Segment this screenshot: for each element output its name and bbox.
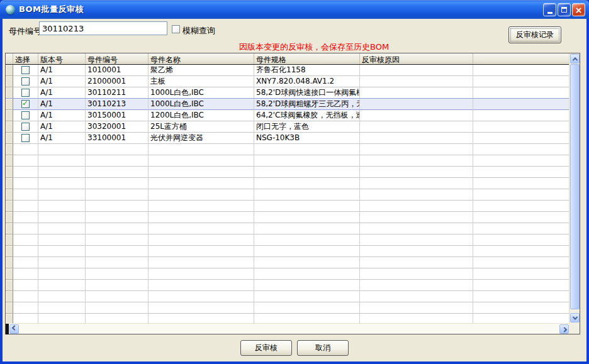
cell-spec: 闭口无字，蓝色 xyxy=(254,121,360,133)
row-select-cell xyxy=(13,76,38,87)
empty-table-row xyxy=(6,223,569,234)
close-button[interactable]: × xyxy=(572,3,585,16)
empty-cell xyxy=(473,280,569,291)
empty-cell xyxy=(473,201,569,212)
table-row[interactable]: ✓A/1301102131000L白色,IBC58,2'D球阀粗螺牙三元乙丙，无 xyxy=(6,99,569,110)
empty-cell xyxy=(86,201,149,212)
scroll-right-button[interactable] xyxy=(559,324,569,334)
row-header-cell xyxy=(6,234,13,246)
empty-cell xyxy=(13,189,38,201)
empty-cell xyxy=(86,302,149,314)
empty-table-row xyxy=(6,144,569,155)
scroll-down-button[interactable] xyxy=(570,313,580,323)
title-bar[interactable]: BOM批量反审核 × xyxy=(0,0,589,19)
empty-cell xyxy=(149,144,254,155)
cell-version: A/1 xyxy=(38,65,86,76)
empty-cell xyxy=(149,302,254,314)
empty-cell xyxy=(473,291,569,302)
column-header[interactable]: 母件名称 xyxy=(149,53,254,64)
empty-table-row xyxy=(6,234,569,246)
empty-cell xyxy=(13,167,38,178)
row-checkbox[interactable] xyxy=(21,66,30,74)
scroll-up-button[interactable] xyxy=(570,54,580,63)
row-select-cell xyxy=(13,110,38,121)
row-checkbox[interactable] xyxy=(21,123,30,131)
empty-table-row xyxy=(6,246,569,257)
scroll-left-button[interactable] xyxy=(9,324,19,334)
empty-cell xyxy=(86,257,149,268)
row-header-cell xyxy=(6,110,13,121)
empty-cell xyxy=(86,189,149,201)
column-header[interactable]: 反审核原因 xyxy=(360,53,473,64)
row-header-cell xyxy=(6,223,13,234)
empty-cell xyxy=(13,314,38,323)
column-header[interactable]: 选择 xyxy=(13,53,38,64)
empty-cell xyxy=(254,291,360,302)
column-header[interactable]: 版本号 xyxy=(38,53,86,64)
empty-cell xyxy=(38,314,86,323)
cell-name: 光伏并网逆变器 xyxy=(149,133,254,144)
empty-cell xyxy=(38,212,86,223)
empty-cell xyxy=(86,212,149,223)
empty-cell xyxy=(254,144,360,155)
cell-version: A/1 xyxy=(38,110,86,121)
window-controls: × xyxy=(543,3,585,16)
app-icon xyxy=(6,5,15,14)
table-row[interactable]: A/11010001聚乙烯齐鲁石化1158 xyxy=(6,65,569,76)
row-checkbox[interactable] xyxy=(21,89,30,97)
empty-cell xyxy=(38,234,86,246)
row-header-cell xyxy=(6,257,13,268)
cell-spec: 58,2'D球阀粗螺牙三元乙丙，无 xyxy=(254,99,360,110)
cell-spec: XNY7.820.048.AV1.2 xyxy=(254,76,360,87)
unaudit-history-button[interactable]: 反审核记录 xyxy=(508,26,561,43)
cell-name: 1000L白色,IBC xyxy=(149,87,254,99)
empty-cell xyxy=(473,314,569,323)
empty-cell xyxy=(360,212,473,223)
table-row[interactable]: A/121000001主板XNY7.820.048.AV1.2 xyxy=(6,76,569,87)
empty-cell xyxy=(254,155,360,167)
column-header[interactable]: 母件规格 xyxy=(254,53,360,64)
cell-code: 30110211 xyxy=(86,87,149,99)
empty-cell xyxy=(149,155,254,167)
cancel-button[interactable]: 取消 xyxy=(297,340,349,356)
row-select-cell xyxy=(13,133,38,144)
empty-cell xyxy=(254,189,360,201)
bom-grid: 选择版本号母件编号母件名称母件规格反审核原因 A/11010001聚乙烯齐鲁石化… xyxy=(5,53,580,334)
column-header[interactable]: 母件编号 xyxy=(86,53,149,64)
vertical-scrollbar[interactable] xyxy=(569,53,580,323)
empty-cell xyxy=(254,223,360,234)
empty-cell xyxy=(38,178,86,189)
unaudit-button[interactable]: 反审核 xyxy=(240,340,292,356)
horizontal-scrollbar[interactable] xyxy=(6,323,569,334)
minimize-button[interactable] xyxy=(543,3,556,16)
fuzzy-search-checkbox[interactable] xyxy=(172,25,180,33)
empty-table-row xyxy=(6,302,569,314)
row-checkbox[interactable] xyxy=(21,77,30,85)
client-area: 母件编号 模糊查询 反审核记录 因版本变更的反审核，会保存至历史BOM 选择版本… xyxy=(3,19,586,361)
row-header-cell xyxy=(6,76,13,87)
row-select-cell: ✓ xyxy=(13,99,38,110)
parent-code-input[interactable] xyxy=(39,21,167,35)
table-row[interactable]: A/133100001光伏并网逆变器NSG-10K3B xyxy=(6,133,569,144)
row-header-cell xyxy=(6,133,13,144)
row-checkbox[interactable] xyxy=(21,134,30,142)
row-checkbox-checked[interactable]: ✓ xyxy=(21,100,30,108)
cell-blank xyxy=(473,99,569,110)
maximize-button[interactable] xyxy=(558,3,571,16)
table-row[interactable]: A/1301102111000L白色,IBC58,2'D球阀快速接口一体阀氟橡 xyxy=(6,87,569,99)
vertical-scroll-thumb[interactable] xyxy=(570,64,580,309)
row-header-cell xyxy=(6,189,13,201)
row-checkbox[interactable] xyxy=(21,111,30,119)
empty-cell xyxy=(86,291,149,302)
horizontal-scroll-thumb[interactable] xyxy=(6,324,9,334)
cell-reason xyxy=(360,65,473,76)
empty-cell xyxy=(13,223,38,234)
warning-text: 因版本变更的反审核，会保存至历史BOM xyxy=(239,41,389,53)
row-header-cell xyxy=(6,155,13,167)
cell-code: 30110213 xyxy=(86,99,149,110)
row-header-cell xyxy=(6,246,13,257)
empty-cell xyxy=(149,178,254,189)
empty-cell xyxy=(254,257,360,268)
table-row[interactable]: A/13032000125L蓝方桶闭口无字，蓝色 xyxy=(6,121,569,133)
table-row[interactable]: A/1301500011200L白色,IBC64,2'C球阀氟橡胶，无挡板，透 xyxy=(6,110,569,121)
